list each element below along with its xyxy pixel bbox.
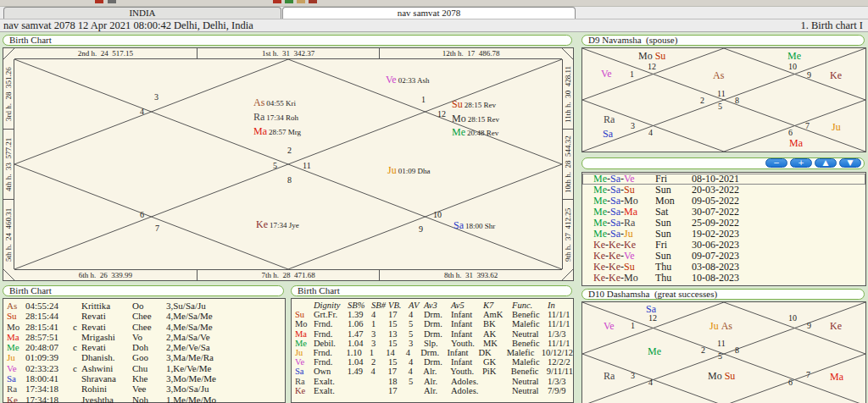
combust-flag — [73, 311, 81, 321]
dasha-start-date: 19-02-2023 — [692, 228, 739, 240]
house-indices: 7/9/9 — [548, 386, 573, 395]
longitude: 18:00:41 — [25, 373, 73, 384]
toolbar-icon-fragment — [273, 0, 281, 3]
house-number: 9 — [419, 224, 423, 234]
planet-group: Ve — [604, 320, 617, 333]
house-number: 3 — [631, 371, 635, 380]
planet-abbr: Mo — [708, 370, 722, 382]
planet-group: MoSu — [638, 50, 668, 63]
ashtakavarga: 4 — [409, 357, 424, 367]
planet-entry: Ju01:09 Dha — [387, 162, 430, 177]
planet-positions-table: As 04:55:24 Krittika Oo 3,Su/Sa/Ju Su 28… — [3, 298, 286, 403]
dasha-lords: Ke-Ke-Mo — [593, 273, 653, 284]
planet-detail: 28:57 Mrg — [269, 128, 301, 136]
combust-flag: c — [73, 322, 81, 332]
planet-detail: 17:34 Roh — [266, 113, 298, 122]
pada-lords: 3,Mo/Me/Me — [166, 373, 285, 384]
combust-flag — [73, 384, 81, 394]
planet-entry: Ra17:34 Roh — [253, 108, 298, 124]
left-table-title: Birth Chart — [3, 285, 284, 296]
house-number: 1 — [630, 69, 634, 79]
planet-abbr: Su — [725, 370, 736, 382]
planet-detail: 04:55 Kri — [266, 99, 296, 108]
dignity: Grt.Fr. — [314, 310, 348, 319]
house-edge-label: 11th h. 30 428.11 — [563, 59, 573, 129]
planet-group: Ma — [830, 371, 846, 384]
pada-lords: 3,Ma/Me/Ra — [166, 352, 285, 362]
house-edge-label: 3rd h. 28 351.26 — [3, 59, 14, 129]
planet-group: As — [713, 69, 726, 82]
functional-nature: Neutral — [512, 329, 548, 339]
planet-abbr: Mo — [7, 322, 25, 332]
dasha-row[interactable]: Ke-Ke-Mo Thu 10-08-2023 — [582, 273, 865, 284]
functional-nature: Benefic — [512, 339, 548, 348]
toolbar-icon-fragment — [285, 0, 293, 3]
house-number: 4 — [648, 378, 653, 387]
north-chart-lines — [14, 59, 562, 269]
planet-group: Ra — [604, 113, 617, 126]
dasha-collapse-button[interactable]: − — [765, 158, 787, 168]
table-row: Sa 18:00:41 Shravana Khe 3,Mo/Me/Me — [3, 373, 285, 384]
dasha-start-date: 03-08-2023 — [692, 261, 739, 273]
house-number: 11 — [303, 161, 311, 170]
tab-nav-samvat-2078[interactable]: nav samvat 2078 — [282, 7, 576, 19]
dasha-down-button[interactable]: ▼ — [839, 158, 861, 168]
house-edge-label: 7th h. 28 471.68 — [197, 270, 380, 280]
dasha-start-date: 09-05-2022 — [692, 195, 739, 207]
planet-abbr: Su — [655, 50, 666, 62]
planet-group: Ma — [789, 137, 805, 150]
dasha-up-button[interactable]: ▲ — [815, 158, 837, 168]
longitude: 17:34:18 — [25, 384, 73, 394]
vimshottari-header: Vimshottari − + ▲ ▼ — [581, 157, 865, 169]
karaka-7: DK — [479, 348, 507, 357]
planet-abbr: Me — [295, 339, 314, 348]
pada-lords: 2,Ma/Sa/Ve — [166, 332, 285, 342]
planet-abbr: Ma — [789, 137, 803, 149]
house-number: 11 — [717, 89, 726, 98]
avastha-3: Drm. — [424, 319, 451, 328]
tab-india[interactable]: INDIA — [3, 7, 281, 19]
planet-abbr: Sa — [7, 373, 25, 384]
chart-corner — [562, 269, 573, 280]
planet-entry: As04:55 Kri — [253, 94, 296, 109]
toolbar-icon-fragment — [108, 0, 116, 3]
planet-abbr: As — [721, 320, 732, 332]
dasha-expand-button[interactable]: + — [790, 158, 812, 168]
shadbala-pct: 1.49 — [348, 367, 371, 376]
house-edge-label: 10th h. 28 544.32 — [563, 129, 573, 199]
house-number: 6 — [788, 128, 793, 137]
planet-abbr: Ra — [7, 384, 25, 394]
syllable: Noh — [132, 395, 166, 403]
house-number: 2 — [700, 96, 704, 105]
planet-abbr: Ke — [256, 218, 268, 230]
d9-title: D9 Navamsha (spouse) — [581, 35, 865, 46]
house-edge-label: 6th h. 26 339.99 — [14, 270, 197, 280]
house-edge-label: 12th h. 17 486.78 — [379, 48, 562, 58]
shadbala-pct: 1.47 — [348, 329, 371, 339]
planet-group: Sa — [603, 128, 615, 141]
house-number: 10 — [788, 62, 797, 71]
planet-abbr: Ju — [295, 348, 313, 357]
combust-flag — [73, 332, 81, 342]
house-edge-label: 2nd h. 24 517.15 — [14, 48, 197, 58]
planet-abbr: Mo — [452, 113, 466, 124]
functional-nature: Benefic — [512, 310, 548, 319]
table-row: Su 28:15:44 Revati Chee 4,Me/Sa/Me — [3, 311, 285, 321]
dasha-start-date: 08-10-2021 — [692, 173, 739, 185]
planet-abbr: Ke — [7, 395, 25, 403]
planet-abbr: Su — [452, 98, 463, 110]
dignity: Frnd. — [314, 319, 348, 328]
ashtakavarga: 3 — [409, 339, 424, 348]
house-edge-label: 5th h. 24 460.31 — [3, 199, 14, 269]
planet-abbr: As — [253, 97, 264, 108]
dignity: Frnd. — [313, 348, 346, 357]
nakshatra: Jyeshtha — [81, 395, 132, 403]
planet-detail: 02:33 Ash — [398, 76, 430, 85]
functional-nature: Benefic — [511, 367, 547, 376]
planet-group: Ke — [830, 320, 844, 333]
nakshatra: Krittika — [81, 301, 132, 311]
house-edge-label: 1st h. 31 342.37 — [197, 48, 380, 58]
planet-abbr: Ju — [7, 352, 25, 362]
table-row: Ve 02:33:23 c Ashwini Chu 1,Ke/Ve/Me — [3, 363, 285, 373]
planet-abbr: Su — [7, 311, 25, 321]
